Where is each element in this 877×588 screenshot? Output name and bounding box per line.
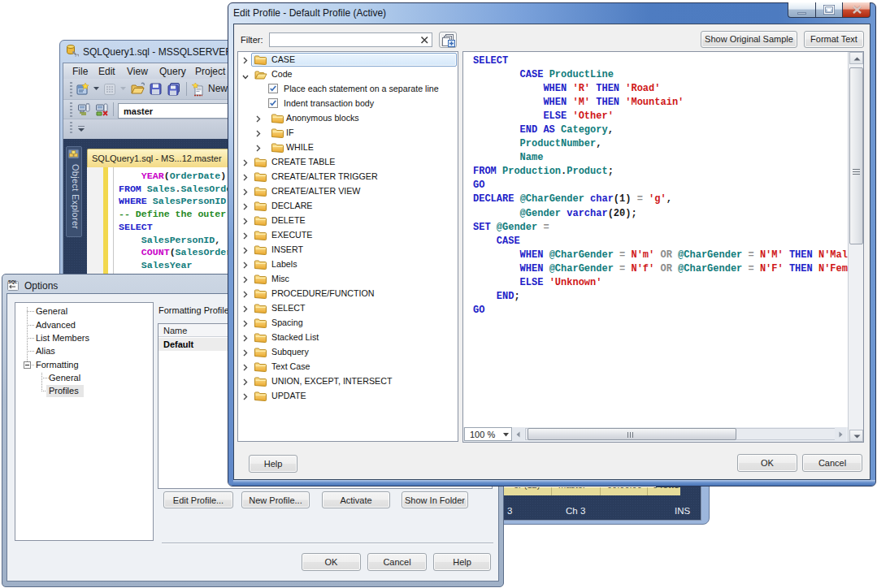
svg-text:SQL: SQL — [8, 279, 18, 284]
